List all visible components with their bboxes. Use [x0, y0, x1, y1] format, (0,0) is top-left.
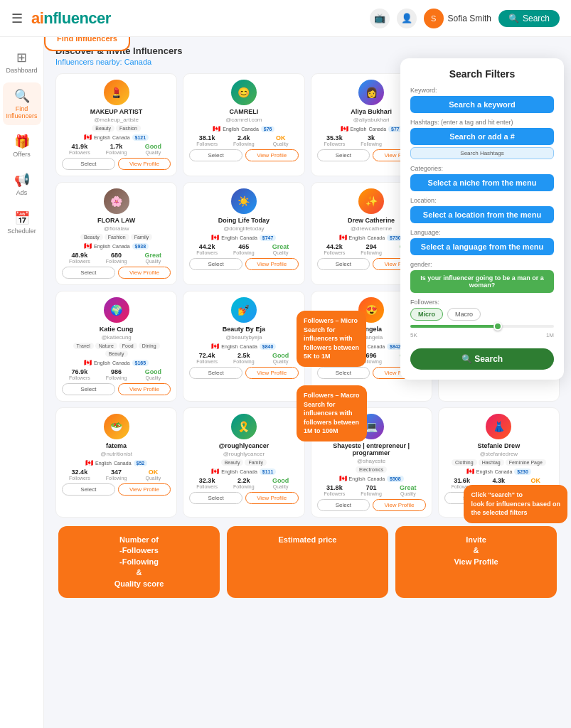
card-meta: 🇨🇦 English Canada $165: [62, 359, 171, 366]
select-button[interactable]: Select: [317, 258, 370, 270]
avatar: 💄: [104, 80, 129, 105]
avatar: S: [424, 9, 444, 28]
select-button[interactable]: Select: [62, 267, 115, 279]
influencer-handle: @shayeste: [317, 458, 426, 464]
view-profile-button[interactable]: View Profile: [245, 149, 299, 161]
micro-toggle[interactable]: Micro: [410, 308, 443, 321]
avatar: 👗: [486, 414, 511, 439]
language: English: [94, 360, 110, 365]
select-button[interactable]: Select: [189, 492, 242, 504]
avatar: 🌍: [104, 297, 129, 323]
top-search-button[interactable]: 🔍 Search: [498, 10, 560, 27]
select-button[interactable]: Select: [62, 158, 115, 170]
quality-stat: OK Quality: [263, 134, 299, 146]
select-button[interactable]: Select: [317, 149, 370, 161]
view-profile-button[interactable]: View Profile: [118, 483, 171, 496]
categories-select[interactable]: Select a niche from the menu: [410, 174, 554, 191]
card-stats: 48.9k Followers 680 Following Great Qual…: [62, 252, 171, 264]
sidebar-item-scheduler[interactable]: 📅 Scheduler: [3, 205, 41, 240]
top-bar: ☰ ainfluencer 📺 👤 S Sofia Smith 🔍 Search: [0, 0, 571, 37]
user-icon[interactable]: 👤: [397, 9, 417, 28]
quality-stat: Great Quality: [390, 484, 426, 496]
followers-range[interactable]: [410, 325, 554, 328]
card-meta: 🇨🇦 English Canada $52: [62, 459, 171, 466]
macro-toggle[interactable]: Macro: [447, 308, 481, 321]
select-button[interactable]: Select: [189, 258, 242, 270]
avatar: 🌸: [104, 188, 129, 214]
card-stats: 44.2k Followers 465 Following Great Qual…: [189, 243, 298, 255]
influencer-card: 💄 MAKEUP ARTIST @makeup_artiste BeautyFa…: [55, 73, 177, 176]
flag-icon: 🇨🇦: [211, 343, 219, 350]
language: English: [476, 469, 493, 474]
card-stats: 41.9k Followers 1.7k Following Good Qual…: [62, 143, 171, 155]
location-select[interactable]: Select a location from the menu: [410, 206, 554, 223]
view-profile-button[interactable]: View Profile: [245, 492, 299, 504]
tag: Family: [131, 234, 153, 240]
language: English: [351, 127, 367, 132]
followers-stat: 31.8k Followers: [317, 484, 353, 496]
hashtag-input[interactable]: Search or add a #: [410, 128, 554, 145]
influencer-tags: Electronics: [317, 466, 426, 473]
notifications-icon[interactable]: 📺: [370, 9, 390, 28]
categories-label: Categories:: [410, 165, 554, 172]
card-meta: 🇨🇦 English Canada $121: [62, 134, 171, 141]
view-profile-button[interactable]: View Profile: [373, 499, 426, 511]
filters-title: Search Filters: [410, 68, 554, 80]
following-stat: 701 Following: [353, 484, 389, 496]
select-button[interactable]: Select: [317, 499, 370, 511]
card-actions: Select View Profile: [62, 267, 171, 279]
influencer-name: fatema: [62, 442, 171, 449]
view-profile-button[interactable]: View Profile: [118, 158, 171, 170]
country: Canada: [369, 127, 387, 132]
sidebar-item-find-influencers[interactable]: 🔍 Find Influencers: [3, 82, 41, 125]
influencer-tags: BeautyFashion: [62, 125, 171, 132]
followers-stat: 48.9k Followers: [62, 252, 97, 264]
price-badge: $230: [514, 469, 531, 475]
range-thumb[interactable]: [493, 322, 502, 331]
influencer-name: Katie Cung: [62, 326, 171, 333]
card-meta: 🇨🇦 English Canada $230: [444, 468, 553, 475]
price-badge: $76: [261, 126, 275, 132]
sidebar-item-ads[interactable]: 📢 Ads: [3, 166, 41, 202]
range-labels: 5K 1M: [410, 332, 554, 338]
influencer-card: 😊 CAMRELI @camreli.com 🇨🇦 English Canada…: [183, 73, 304, 176]
top-bar-right: 📺 👤 S Sofia Smith 🔍 Search: [370, 9, 560, 28]
language: English: [221, 235, 238, 240]
sidebar-item-offers[interactable]: 🎁 Offers: [3, 128, 41, 164]
avatar: 🎗️: [231, 414, 257, 439]
language-select[interactable]: Select a language from the menu: [410, 238, 554, 255]
select-button[interactable]: Select: [317, 367, 370, 379]
influencer-handle: @floralaw: [62, 225, 171, 232]
select-button[interactable]: Select: [189, 149, 242, 161]
country: Canada: [112, 360, 130, 365]
select-button[interactable]: Select: [62, 483, 115, 496]
influencer-card: 🎗️ @roughlycancer @roughlycancer BeautyF…: [183, 407, 304, 518]
influencer-card: 🌍 Katie Cung @katiecung TravelNatureFood…: [55, 291, 177, 402]
keyword-input[interactable]: Search a keyword: [410, 96, 554, 113]
tag: Beauty: [105, 350, 128, 357]
followers-stat: 32.3k Followers: [189, 477, 225, 489]
select-button[interactable]: Select: [62, 383, 115, 395]
view-profile-button[interactable]: View Profile: [245, 258, 299, 270]
following-stat: 3k Following: [353, 134, 389, 146]
view-profile-button[interactable]: View Profile: [118, 267, 171, 279]
select-button[interactable]: Select: [189, 367, 242, 379]
tag: Beauty: [221, 459, 244, 466]
search-submit-button[interactable]: 🔍 Search: [410, 348, 554, 370]
tag: Food: [119, 343, 137, 349]
view-profile-button[interactable]: View Profile: [118, 383, 171, 395]
sidebar-item-dashboard[interactable]: ⊞ Dashboard: [3, 44, 41, 80]
hamburger-icon[interactable]: ☰: [11, 11, 23, 26]
range-min: 5K: [410, 332, 417, 338]
avatar: 🥗: [104, 414, 129, 439]
hashtag-sub[interactable]: Search Hashtags: [410, 147, 554, 159]
following-stat: 2.4k Following: [226, 134, 262, 146]
nearby-location[interactable]: Canada: [124, 58, 152, 66]
hashtag-filter: Hashtags: (enter a tag and hit enter) Se…: [410, 119, 554, 159]
view-profile-button[interactable]: View Profile: [245, 367, 299, 379]
annotation-price: Estimated price: [227, 526, 388, 598]
card-meta: 🇨🇦 English Canada $76: [189, 125, 298, 132]
influencer-handle: @nutritionist: [62, 451, 171, 457]
sidebar: ⊞ Dashboard 🔍 Find Influencers 🎁 Offers …: [0, 37, 44, 728]
gender-select[interactable]: Is your influencer going to be a man or …: [410, 270, 554, 293]
